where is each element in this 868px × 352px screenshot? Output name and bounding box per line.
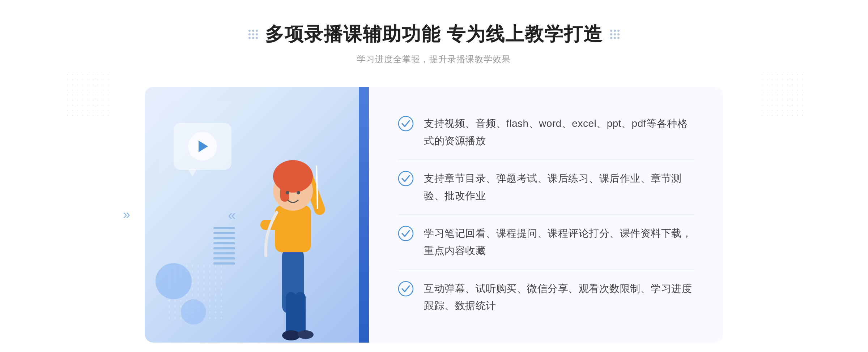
- check-icon-4: [398, 281, 414, 297]
- svg-rect-2: [295, 292, 306, 335]
- sub-title: 学习进度全掌握，提升录播课教学效果: [248, 53, 620, 65]
- svg-point-3: [282, 330, 300, 340]
- content-area: «: [145, 87, 723, 343]
- svg-point-12: [286, 191, 289, 194]
- person-illustration: [224, 133, 362, 343]
- svg-point-15: [399, 171, 413, 186]
- feature-item-4: 互动弹幕、试听购买、微信分享、观看次数限制、学习进度跟踪、数据统计: [398, 270, 694, 325]
- decorative-grid-right: [610, 30, 620, 39]
- feature-text-4: 互动弹幕、试听购买、微信分享、观看次数限制、学习进度跟踪、数据统计: [424, 280, 694, 314]
- svg-point-16: [399, 226, 413, 241]
- header-section: 多项录播课辅助功能 专为线上教学打造 学习进度全掌握，提升录播课教学效果: [248, 22, 620, 65]
- svg-point-17: [399, 282, 413, 296]
- play-icon-circle: [188, 132, 217, 161]
- features-area: 支持视频、音频、flash、word、excel、ppt、pdf等各种格式的资源…: [369, 87, 723, 343]
- check-icon-2: [398, 171, 414, 186]
- play-triangle-icon: [199, 141, 208, 152]
- decorative-grid-left: [248, 30, 258, 39]
- svg-point-4: [298, 330, 314, 339]
- circle-decoration-1: [156, 263, 192, 299]
- page-container: 多项录播课辅助功能 专为线上教学打造 学习进度全掌握，提升录播课教学效果: [0, 0, 868, 352]
- title-row: 多项录播课辅助功能 专为线上教学打造: [248, 22, 620, 47]
- feature-item-1: 支持视频、音频、flash、word、excel、ppt、pdf等各种格式的资源…: [398, 105, 694, 160]
- check-icon-1: [398, 116, 414, 132]
- left-chevron-decoration: »: [123, 207, 130, 222]
- feature-text-1: 支持视频、音频、flash、word、excel、ppt、pdf等各种格式的资源…: [424, 115, 694, 149]
- feature-item-3: 学习笔记回看、课程提问、课程评论打分、课件资料下载，重点内容收藏: [398, 215, 694, 270]
- feature-text-2: 支持章节目录、弹题考试、课后练习、课后作业、章节测验、批改作业: [424, 170, 694, 204]
- feature-item-2: 支持章节目录、弹题考试、课后练习、课后作业、章节测验、批改作业: [398, 160, 694, 215]
- main-title: 多项录播课辅助功能 专为线上教学打造: [265, 22, 603, 47]
- svg-rect-5: [275, 205, 311, 252]
- dots-decoration-left: [65, 72, 109, 116]
- illustration-area: «: [145, 87, 369, 343]
- svg-point-10: [273, 160, 313, 193]
- check-icon-3: [398, 226, 414, 241]
- svg-point-13: [297, 191, 300, 194]
- svg-rect-11: [280, 180, 289, 202]
- play-bubble: [174, 123, 231, 170]
- blue-vertical-bar: [359, 87, 369, 343]
- circle-decoration-2: [181, 299, 206, 325]
- feature-text-3: 学习笔记回看、课程提问、课程评论打分、课件资料下载，重点内容收藏: [424, 225, 694, 259]
- svg-point-14: [399, 116, 413, 131]
- dots-decoration-right: [760, 72, 803, 116]
